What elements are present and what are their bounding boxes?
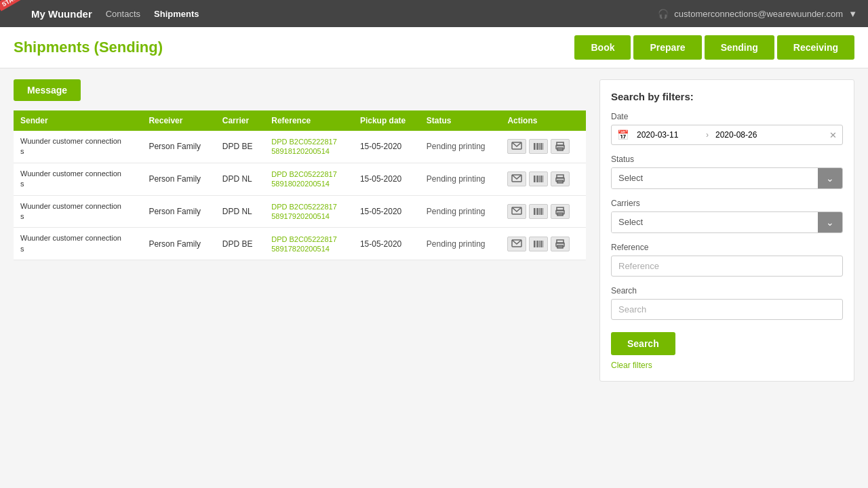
- svg-rect-13: [537, 176, 538, 182]
- col-sender: Sender: [14, 110, 142, 131]
- table-area: Message Sender Receiver Carrier Referenc…: [14, 79, 586, 481]
- svg-rect-2: [536, 143, 536, 150]
- cell-pickup-date: 15-05-2020: [353, 228, 420, 260]
- date-to-input[interactable]: [713, 126, 781, 144]
- svg-rect-11: [534, 176, 535, 182]
- svg-rect-21: [534, 208, 535, 215]
- svg-rect-31: [534, 241, 535, 247]
- cell-reference: DPD B2C0522281758918020200514: [264, 163, 353, 195]
- status-select-button[interactable]: ⌄: [818, 168, 842, 188]
- svg-rect-32: [536, 241, 536, 247]
- reference-link[interactable]: DPD B2C0522281758918120200514: [271, 138, 337, 155]
- status-label: Status: [611, 155, 843, 164]
- cell-reference: DPD B2C0522281758917820200514: [264, 228, 353, 260]
- action-print-icon[interactable]: [551, 171, 570, 186]
- main-content: Message Sender Receiver Carrier Referenc…: [0, 68, 868, 488]
- action-print-icon[interactable]: [551, 139, 570, 154]
- action-barcode-icon[interactable]: [529, 139, 548, 154]
- tab-buttons: Book Prepare Sending Receiving: [574, 35, 854, 60]
- cell-actions: [500, 131, 586, 163]
- svg-rect-4: [539, 143, 540, 150]
- dropdown-arrow-icon[interactable]: ▼: [848, 9, 857, 19]
- chevron-down-icon: ⌄: [826, 173, 834, 184]
- cell-receiver: Person Family: [142, 131, 215, 163]
- action-barcode-icon[interactable]: [529, 171, 548, 186]
- svg-rect-33: [537, 241, 538, 247]
- svg-rect-26: [542, 208, 543, 215]
- action-message-icon[interactable]: [507, 139, 526, 154]
- status-select-text: Select: [612, 168, 818, 188]
- reference-link[interactable]: DPD B2C0522281758918020200514: [271, 170, 337, 188]
- carriers-select-button[interactable]: ⌄: [818, 212, 842, 232]
- col-receiver: Receiver: [142, 110, 215, 131]
- top-navigation: STAGING My Wuunder Contacts Shipments 🎧 …: [0, 0, 868, 27]
- filter-panel-title: Search by filters:: [611, 91, 843, 102]
- action-barcode-icon[interactable]: [529, 204, 548, 219]
- col-actions: Actions: [500, 110, 586, 131]
- cell-carrier: DPD NL: [216, 195, 264, 228]
- svg-rect-25: [540, 208, 542, 215]
- cell-reference: DPD B2C0522281758918120200514: [264, 131, 353, 163]
- svg-rect-22: [536, 208, 536, 215]
- nav-link-contacts[interactable]: Contacts: [106, 9, 140, 19]
- svg-rect-34: [539, 241, 540, 247]
- carriers-label: Carriers: [611, 199, 843, 208]
- search-input[interactable]: [611, 299, 843, 320]
- svg-rect-23: [537, 208, 538, 215]
- date-arrow-icon: ›: [702, 130, 713, 140]
- cell-actions: [500, 228, 586, 260]
- carriers-filter-group: Carriers Select ⌄: [611, 199, 843, 233]
- table-row: Wuunder customer connections Person Fami…: [14, 195, 586, 228]
- search-button[interactable]: Search: [611, 332, 675, 355]
- tab-prepare[interactable]: Prepare: [633, 35, 701, 60]
- cell-status: Pending printing: [420, 228, 501, 260]
- cell-carrier: DPD NL: [216, 163, 264, 195]
- carriers-select-row: Select ⌄: [611, 211, 843, 233]
- action-message-icon[interactable]: [507, 237, 526, 251]
- cell-pickup-date: 15-05-2020: [353, 131, 420, 163]
- status-select-row: Select ⌄: [611, 167, 843, 189]
- clear-filters-button[interactable]: Clear filters: [611, 361, 652, 370]
- col-status: Status: [420, 110, 501, 131]
- nav-left: My Wuunder Contacts Shipments: [31, 8, 199, 20]
- date-from-input[interactable]: [634, 126, 702, 144]
- staging-badge: STAGING: [0, 0, 35, 12]
- col-reference: Reference: [264, 110, 353, 131]
- svg-rect-36: [542, 241, 543, 247]
- search-filter-group: Search: [611, 286, 843, 320]
- action-message-icon[interactable]: [507, 171, 526, 186]
- reference-input[interactable]: [611, 256, 843, 277]
- page-header: Shipments (Sending) Book Prepare Sending…: [0, 27, 868, 68]
- action-print-icon[interactable]: [551, 237, 570, 251]
- tab-sending[interactable]: Sending: [705, 35, 774, 60]
- message-button[interactable]: Message: [14, 79, 81, 101]
- svg-rect-35: [540, 241, 542, 247]
- table-header-row: Sender Receiver Carrier Reference Pickup…: [14, 110, 586, 131]
- cell-receiver: Person Family: [142, 195, 215, 228]
- cell-status: Pending printing: [420, 163, 501, 195]
- chevron-down-icon-carriers: ⌄: [826, 217, 834, 228]
- reference-link[interactable]: DPD B2C0522281758917920200514: [271, 203, 337, 220]
- date-clear-button[interactable]: ✕: [824, 126, 842, 144]
- cell-sender: Wuunder customer connections: [14, 131, 142, 163]
- tab-book[interactable]: Book: [574, 35, 631, 60]
- svg-rect-14: [539, 176, 540, 182]
- cell-sender: Wuunder customer connections: [14, 228, 142, 260]
- nav-link-shipments[interactable]: Shipments: [154, 9, 199, 19]
- table-row: Wuunder customer connections Person Fami…: [14, 228, 586, 260]
- reference-link[interactable]: DPD B2C0522281758917820200514: [271, 235, 337, 253]
- cell-pickup-date: 15-05-2020: [353, 163, 420, 195]
- svg-rect-3: [537, 143, 538, 150]
- shipments-table: Sender Receiver Carrier Reference Pickup…: [14, 110, 586, 260]
- table-row: Wuunder customer connections Person Fami…: [14, 131, 586, 163]
- action-barcode-icon[interactable]: [529, 237, 548, 251]
- action-print-icon[interactable]: [551, 204, 570, 219]
- cell-status: Pending printing: [420, 131, 501, 163]
- tab-receiving[interactable]: Receiving: [777, 35, 854, 60]
- svg-rect-6: [542, 143, 543, 150]
- reference-label: Reference: [611, 243, 843, 252]
- cell-sender: Wuunder customer connections: [14, 195, 142, 228]
- svg-rect-24: [539, 208, 540, 215]
- calendar-icon: 📅: [612, 125, 634, 144]
- action-message-icon[interactable]: [507, 204, 526, 219]
